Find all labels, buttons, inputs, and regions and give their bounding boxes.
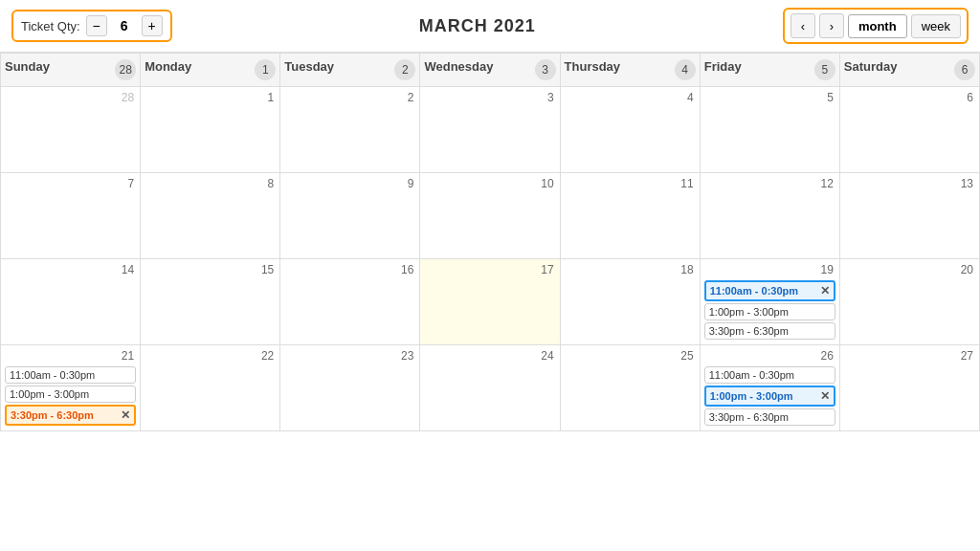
ticket-qty-label: Ticket Qty: — [21, 19, 80, 33]
cell-date: 11 — [565, 175, 696, 194]
time-slot-label: 11:00am - 0:30pm — [710, 285, 798, 297]
time-slot-label: 11:00am - 0:30pm — [709, 369, 794, 381]
next-button[interactable]: › — [819, 13, 844, 38]
calendar-cell: 8 — [141, 173, 280, 259]
ticket-qty-plus[interactable]: + — [142, 15, 163, 36]
time-slot-label: 3:30pm - 6:30pm — [11, 409, 94, 421]
cell-date: 1 — [145, 89, 276, 108]
calendar-cell: 24 — [420, 345, 560, 431]
time-slot[interactable]: 11:00am - 0:30pm — [704, 366, 835, 384]
time-slot-label: 1:00pm - 3:00pm — [10, 388, 89, 400]
col-header-tuesday: Tuesday2 — [280, 54, 420, 87]
cell-date: 24 — [424, 347, 555, 366]
close-icon[interactable]: ✕ — [121, 408, 130, 422]
day-num: 2 — [394, 59, 415, 80]
time-slot[interactable]: 3:30pm - 6:30pm — [704, 322, 835, 340]
calendar-week-row: 2111:00am - 0:30pm1:00pm - 3:00pm3:30pm … — [1, 345, 980, 431]
day-name: Saturday — [844, 59, 898, 74]
cell-date: 10 — [424, 175, 555, 194]
day-num: 4 — [675, 59, 696, 80]
calendar-cell: 28 — [1, 87, 141, 173]
cell-date: 15 — [145, 261, 276, 280]
nav-controls: ‹ › month week — [783, 8, 969, 44]
calendar-cell: 23 — [280, 345, 420, 431]
month-view-button[interactable]: month — [848, 14, 907, 38]
top-bar: Ticket Qty: − 6 + MARCH 2021 ‹ › month w… — [0, 0, 980, 53]
day-name: Friday — [704, 59, 742, 74]
time-slot-label: 11:00am - 0:30pm — [10, 369, 95, 381]
time-slot-label: 3:30pm - 6:30pm — [709, 411, 789, 423]
close-icon[interactable]: ✕ — [820, 389, 830, 403]
time-slot[interactable]: 3:30pm - 6:30pm — [704, 408, 835, 426]
calendar-cell: 15 — [141, 259, 280, 345]
day-name: Tuesday — [284, 59, 334, 74]
calendar-cell: 7 — [1, 173, 141, 259]
calendar-cell: 2611:00am - 0:30pm1:00pm - 3:00pm✕3:30pm… — [700, 345, 839, 431]
time-slot[interactable]: 11:00am - 0:30pm — [5, 366, 136, 384]
col-header-saturday: Saturday6 — [839, 54, 979, 87]
cell-date: 17 — [424, 261, 555, 280]
time-slot-label: 1:00pm - 3:00pm — [709, 306, 789, 318]
calendar-cell: 22 — [141, 345, 280, 431]
time-slot[interactable]: 1:00pm - 3:00pm — [704, 303, 835, 320]
day-num: 3 — [535, 59, 556, 80]
calendar-cell: 13 — [839, 173, 979, 259]
cell-date: 6 — [844, 89, 975, 108]
cell-date: 22 — [145, 347, 276, 366]
calendar-week-row: 14151617181911:00am - 0:30pm✕1:00pm - 3:… — [1, 259, 980, 345]
calendar-cell: 27 — [839, 345, 979, 431]
calendar-cell: 1911:00am - 0:30pm✕1:00pm - 3:00pm3:30pm… — [700, 259, 839, 345]
cell-date: 7 — [5, 175, 136, 194]
day-name: Wednesday — [424, 59, 493, 74]
cell-date: 27 — [844, 347, 975, 366]
calendar-cell: 25 — [560, 345, 700, 431]
calendar-cell: 18 — [560, 259, 700, 345]
calendar-cell: 16 — [280, 259, 420, 345]
cell-date: 8 — [145, 175, 276, 194]
ticket-qty-minus[interactable]: − — [86, 15, 107, 36]
time-slot[interactable]: 1:00pm - 3:00pm✕ — [704, 386, 835, 407]
calendar-cell: 2111:00am - 0:30pm1:00pm - 3:00pm3:30pm … — [1, 345, 141, 431]
cell-date: 28 — [5, 89, 136, 108]
close-icon[interactable]: ✕ — [820, 284, 830, 298]
time-slot[interactable]: 3:30pm - 6:30pm✕ — [5, 405, 136, 426]
cell-date: 25 — [565, 347, 696, 366]
day-num: 1 — [255, 59, 276, 80]
day-name: Thursday — [565, 59, 621, 74]
calendar-cell: 11 — [560, 173, 700, 259]
calendar-cell: 5 — [700, 87, 839, 173]
cell-date: 19 — [704, 261, 835, 280]
cell-date: 12 — [704, 175, 835, 194]
calendar-cell: 4 — [560, 87, 700, 173]
cell-date: 26 — [704, 347, 835, 366]
calendar-cell: 10 — [420, 173, 560, 259]
calendar-cell: 3 — [420, 87, 560, 173]
cell-date: 2 — [284, 89, 415, 108]
day-num: 5 — [814, 59, 835, 80]
calendar-cell: 12 — [700, 173, 839, 259]
time-slot-label: 3:30pm - 6:30pm — [709, 325, 789, 337]
time-slot[interactable]: 1:00pm - 3:00pm — [5, 386, 136, 403]
day-num: 6 — [954, 59, 975, 80]
day-name: Sunday — [5, 59, 50, 74]
cell-date: 23 — [284, 347, 415, 366]
time-slot-label: 1:00pm - 3:00pm — [710, 390, 793, 402]
cell-date: 3 — [424, 89, 555, 108]
cell-date: 9 — [284, 175, 415, 194]
calendar-week-row: 78910111213 — [1, 173, 980, 259]
calendar-week-row: 28123456 — [1, 87, 980, 173]
col-header-sunday: Sunday28 — [1, 54, 141, 87]
week-view-button[interactable]: week — [911, 14, 961, 38]
cell-date: 4 — [565, 89, 696, 108]
prev-button[interactable]: ‹ — [791, 13, 815, 38]
cell-date: 13 — [844, 175, 975, 194]
time-slot[interactable]: 11:00am - 0:30pm✕ — [704, 280, 835, 301]
day-num: 28 — [115, 59, 136, 80]
cell-date: 14 — [5, 261, 136, 280]
col-header-wednesday: Wednesday3 — [420, 54, 560, 87]
cell-date: 16 — [284, 261, 415, 280]
day-name: Monday — [145, 59, 191, 74]
calendar-cell: 20 — [839, 259, 979, 345]
calendar-cell: 9 — [280, 173, 420, 259]
calendar-cell: 1 — [141, 87, 280, 173]
